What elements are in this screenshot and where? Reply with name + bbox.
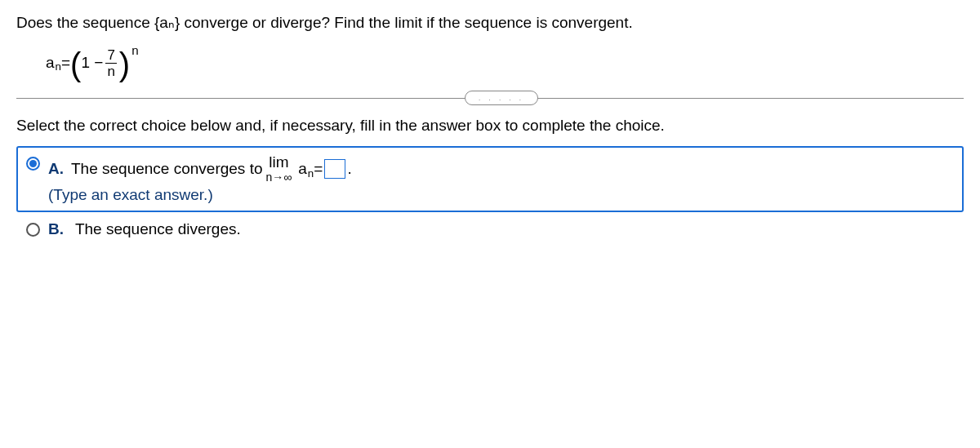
lim-an-base: a bbox=[298, 160, 307, 177]
question-text: Does the sequence {aₙ} converge or diver… bbox=[16, 13, 964, 32]
limit-expression: lim n→∞ bbox=[266, 154, 292, 183]
radio-a[interactable] bbox=[26, 157, 40, 171]
choice-a-label: A. bbox=[48, 160, 65, 178]
formula-lhs-base: a bbox=[46, 54, 55, 72]
frac-den: n bbox=[105, 63, 116, 78]
lim-an-sub: n bbox=[308, 167, 314, 180]
frac-num: 7 bbox=[105, 48, 116, 63]
formula-fraction: 7 n bbox=[105, 48, 116, 78]
formula-eq: = bbox=[61, 54, 70, 72]
formula-exp: n bbox=[131, 43, 138, 57]
formula-lhs-sub: n bbox=[56, 60, 61, 73]
choice-b-text: The sequence diverges. bbox=[75, 220, 241, 237]
lim-eq: = bbox=[314, 160, 323, 178]
choice-group: A. The sequence converges to lim n→∞ an … bbox=[16, 146, 964, 246]
choice-a[interactable]: A. The sequence converges to lim n→∞ an … bbox=[16, 146, 964, 212]
choice-a-hint: (Type an exact answer.) bbox=[48, 186, 954, 204]
lim-top: lim bbox=[269, 154, 288, 170]
radio-b[interactable] bbox=[26, 223, 40, 237]
choice-a-text-pre: The sequence converges to bbox=[71, 160, 263, 178]
right-paren-icon: ) bbox=[119, 48, 130, 81]
lim-bot: n→∞ bbox=[266, 171, 292, 183]
instruction-text: Select the correct choice below and, if … bbox=[16, 117, 964, 135]
answer-input[interactable] bbox=[324, 159, 345, 179]
lim-period: . bbox=[347, 160, 351, 178]
formula-lead: 1 − bbox=[81, 54, 103, 72]
sequence-formula: an = ( 1 − 7 n ) n bbox=[46, 47, 964, 79]
choice-b-label: B. bbox=[48, 220, 65, 238]
divider-dots-icon: . . . . . bbox=[465, 91, 538, 105]
section-divider: . . . . . bbox=[16, 91, 964, 105]
choice-b[interactable]: B. The sequence diverges. bbox=[16, 212, 964, 246]
left-paren-icon: ( bbox=[70, 48, 81, 81]
